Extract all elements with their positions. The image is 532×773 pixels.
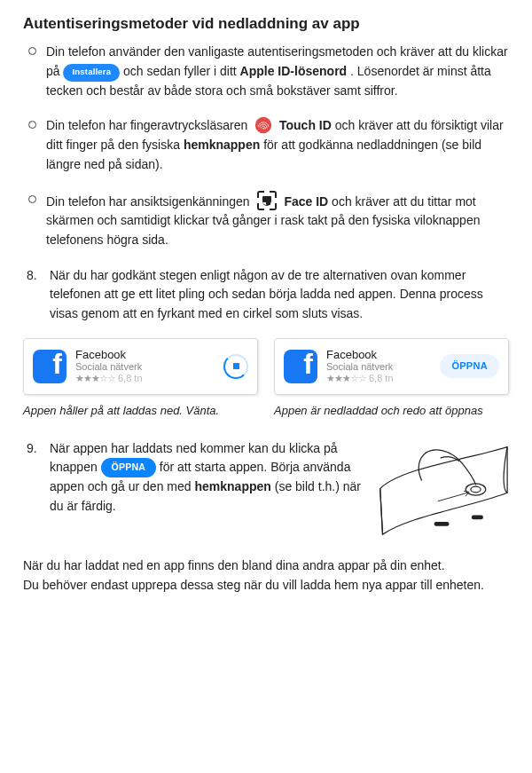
- step-9: När appen har laddats ned kommer kan du …: [48, 439, 509, 543]
- facebook-app-icon: [33, 350, 66, 383]
- app-card-row: Facebook Sociala nätverk ★★★☆☆6,8 tn Fac…: [23, 338, 509, 395]
- caption-row: Appen håller på att laddas ned. Vänta. A…: [23, 402, 509, 420]
- text: Din telefon har ansiktsigenkänningen: [46, 194, 254, 209]
- install-pill: Installera: [63, 64, 120, 82]
- svg-point-0: [255, 117, 271, 133]
- face-id-label: Face ID: [284, 194, 328, 209]
- open-app-button[interactable]: ÖPPNA: [440, 354, 499, 378]
- step-9-text: När appen har laddats ned kommer kan du …: [50, 439, 367, 517]
- app-card-downloading: Facebook Sociala nätverk ★★★☆☆6,8 tn: [23, 338, 258, 395]
- text: Du behöver endast upprepa dessa steg när…: [23, 578, 484, 592]
- text: och sedan fyller i ditt: [123, 64, 240, 78]
- svg-rect-3: [434, 522, 450, 526]
- step-list: När du har godkänt stegen enligt någon a…: [23, 266, 509, 324]
- app-rating: ★★★☆☆6,8 tn: [75, 373, 223, 384]
- face-id-icon: [257, 191, 277, 210]
- app-meta: Facebook Sociala nätverk ★★★☆☆6,8 tn: [75, 348, 223, 385]
- download-spinner-icon: [223, 354, 248, 379]
- app-category: Sociala nätverk: [75, 361, 223, 373]
- auth-method-item-faceid: Din telefon har ansiktsigenkänningen Fac…: [41, 191, 509, 250]
- app-rating: ★★★☆☆6,8 tn: [326, 373, 440, 384]
- app-category: Sociala nätverk: [326, 361, 440, 373]
- touch-id-label: Touch ID: [279, 118, 332, 132]
- app-name: Facebook: [75, 348, 223, 362]
- auth-method-list: Din telefon använder den vanligaste aute…: [23, 43, 509, 249]
- caption-downloading: Appen håller på att laddas ned. Vänta.: [23, 402, 258, 420]
- step-list-2: När appen har laddats ned kommer kan du …: [23, 439, 509, 543]
- auth-method-item-touchid: Din telefon har fingeravtrycksläsaren To…: [41, 116, 509, 174]
- svg-point-2: [471, 486, 481, 493]
- apple-id-label: Apple ID-lösenord: [240, 64, 348, 78]
- phone-home-button-illustration: [376, 443, 509, 543]
- app-meta: Facebook Sociala nätverk ★★★☆☆6,8 tn: [326, 348, 440, 385]
- page-heading: Autentiseringsmetoder vid nedladdning av…: [23, 12, 509, 35]
- facebook-app-icon: [284, 350, 317, 383]
- text: Din telefon har fingeravtrycksläsaren: [46, 118, 251, 132]
- auth-method-item-password: Din telefon använder den vanligaste aute…: [41, 43, 509, 100]
- open-pill: ÖPPNA: [101, 458, 156, 477]
- svg-point-1: [466, 484, 486, 495]
- caption-ready: Appen är nedladdad och redo att öppnas: [274, 402, 509, 420]
- home-button-label: hemknappen: [194, 479, 270, 493]
- step-8: När du har godkänt stegen enligt någon a…: [48, 266, 509, 324]
- svg-rect-4: [472, 515, 483, 519]
- app-card-ready: Facebook Sociala nätverk ★★★☆☆6,8 tn ÖPP…: [274, 338, 509, 395]
- fingerprint-icon: [254, 116, 272, 134]
- outro-paragraph: När du har laddat ned en app finns den b…: [23, 556, 509, 595]
- text: När du har laddat ned en app finns den b…: [23, 558, 445, 572]
- home-button-label: hemknappen: [184, 138, 260, 152]
- app-name: Facebook: [326, 348, 440, 362]
